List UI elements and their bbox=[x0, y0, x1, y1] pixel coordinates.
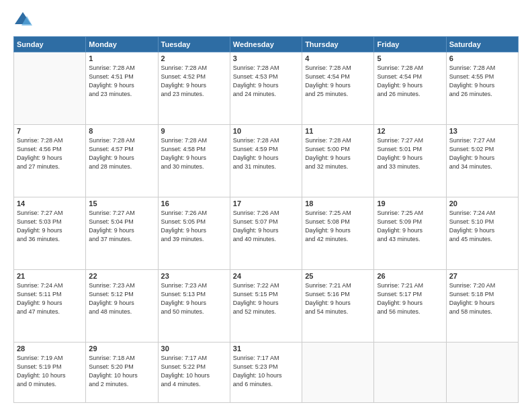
day-info: Sunrise: 7:17 AMSunset: 5:22 PMDaylight:… bbox=[161, 354, 227, 389]
day-info: Sunrise: 7:28 AMSunset: 4:56 PMDaylight:… bbox=[17, 136, 83, 171]
day-info: Sunrise: 7:21 AMSunset: 5:16 PMDaylight:… bbox=[305, 281, 371, 316]
calendar-cell: 21Sunrise: 7:24 AMSunset: 5:11 PMDayligh… bbox=[14, 270, 86, 342]
calendar-cell: 4Sunrise: 7:28 AMSunset: 4:54 PMDaylight… bbox=[302, 52, 374, 125]
day-info: Sunrise: 7:17 AMSunset: 5:23 PMDaylight:… bbox=[233, 354, 299, 389]
calendar-cell: 20Sunrise: 7:24 AMSunset: 5:10 PMDayligh… bbox=[446, 197, 518, 270]
day-info: Sunrise: 7:20 AMSunset: 5:18 PMDaylight:… bbox=[449, 281, 515, 316]
calendar-cell: 1Sunrise: 7:28 AMSunset: 4:51 PMDaylight… bbox=[86, 52, 158, 125]
calendar-cell: 22Sunrise: 7:23 AMSunset: 5:12 PMDayligh… bbox=[86, 270, 158, 342]
day-number: 25 bbox=[305, 272, 371, 280]
weekday-header-row: SundayMondayTuesdayWednesdayThursdayFrid… bbox=[14, 37, 519, 52]
weekday-header-sunday: Sunday bbox=[14, 37, 86, 52]
day-number: 22 bbox=[89, 272, 154, 280]
calendar-cell: 26Sunrise: 7:21 AMSunset: 5:17 PMDayligh… bbox=[374, 270, 446, 342]
calendar-cell: 2Sunrise: 7:28 AMSunset: 4:52 PMDaylight… bbox=[158, 52, 230, 125]
weekday-header-wednesday: Wednesday bbox=[230, 37, 302, 52]
day-info: Sunrise: 7:27 AMSunset: 5:01 PMDaylight:… bbox=[377, 136, 443, 171]
day-number: 31 bbox=[233, 345, 299, 353]
week-row-4: 28Sunrise: 7:19 AMSunset: 5:19 PMDayligh… bbox=[14, 342, 519, 403]
day-number: 15 bbox=[89, 199, 154, 208]
calendar-table: SundayMondayTuesdayWednesdayThursdayFrid… bbox=[13, 36, 519, 403]
day-number: 23 bbox=[161, 272, 227, 280]
day-number: 12 bbox=[377, 127, 443, 135]
page: SundayMondayTuesdayWednesdayThursdayFrid… bbox=[0, 0, 532, 411]
day-info: Sunrise: 7:19 AMSunset: 5:19 PMDaylight:… bbox=[17, 354, 83, 389]
calendar-cell: 18Sunrise: 7:25 AMSunset: 5:08 PMDayligh… bbox=[302, 197, 374, 270]
day-number: 21 bbox=[17, 272, 83, 280]
day-info: Sunrise: 7:28 AMSunset: 4:58 PMDaylight:… bbox=[161, 136, 227, 171]
week-row-1: 7Sunrise: 7:28 AMSunset: 4:56 PMDaylight… bbox=[14, 125, 519, 197]
calendar-cell: 30Sunrise: 7:17 AMSunset: 5:22 PMDayligh… bbox=[158, 342, 230, 403]
day-info: Sunrise: 7:24 AMSunset: 5:11 PMDaylight:… bbox=[17, 281, 83, 316]
day-info: Sunrise: 7:23 AMSunset: 5:13 PMDaylight:… bbox=[161, 281, 227, 316]
day-info: Sunrise: 7:28 AMSunset: 4:51 PMDaylight:… bbox=[89, 64, 154, 99]
day-info: Sunrise: 7:28 AMSunset: 4:57 PMDaylight:… bbox=[89, 136, 154, 171]
calendar-cell: 7Sunrise: 7:28 AMSunset: 4:56 PMDaylight… bbox=[14, 125, 86, 197]
day-number: 9 bbox=[161, 127, 227, 135]
day-info: Sunrise: 7:24 AMSunset: 5:10 PMDaylight:… bbox=[449, 209, 515, 244]
calendar-cell: 16Sunrise: 7:26 AMSunset: 5:05 PMDayligh… bbox=[158, 197, 230, 270]
day-info: Sunrise: 7:26 AMSunset: 5:05 PMDaylight:… bbox=[161, 209, 227, 244]
day-number: 2 bbox=[161, 54, 227, 62]
day-number: 14 bbox=[17, 199, 83, 208]
day-info: Sunrise: 7:28 AMSunset: 4:55 PMDaylight:… bbox=[449, 64, 515, 99]
day-number: 26 bbox=[377, 272, 443, 280]
calendar-cell: 11Sunrise: 7:28 AMSunset: 5:00 PMDayligh… bbox=[302, 125, 374, 197]
calendar-cell: 8Sunrise: 7:28 AMSunset: 4:57 PMDaylight… bbox=[86, 125, 158, 197]
calendar-cell: 14Sunrise: 7:27 AMSunset: 5:03 PMDayligh… bbox=[14, 197, 86, 270]
weekday-header-thursday: Thursday bbox=[302, 37, 374, 52]
calendar-cell: 23Sunrise: 7:23 AMSunset: 5:13 PMDayligh… bbox=[158, 270, 230, 342]
header bbox=[13, 11, 519, 30]
calendar-cell: 6Sunrise: 7:28 AMSunset: 4:55 PMDaylight… bbox=[446, 52, 518, 125]
weekday-header-monday: Monday bbox=[86, 37, 158, 52]
day-number: 4 bbox=[305, 54, 371, 62]
week-row-0: 1Sunrise: 7:28 AMSunset: 4:51 PMDaylight… bbox=[14, 52, 519, 125]
day-number: 8 bbox=[89, 127, 154, 135]
day-number: 10 bbox=[233, 127, 299, 135]
calendar-cell: 12Sunrise: 7:27 AMSunset: 5:01 PMDayligh… bbox=[374, 125, 446, 197]
calendar-cell: 9Sunrise: 7:28 AMSunset: 4:58 PMDaylight… bbox=[158, 125, 230, 197]
weekday-header-friday: Friday bbox=[374, 37, 446, 52]
day-number: 3 bbox=[233, 54, 299, 62]
day-info: Sunrise: 7:28 AMSunset: 4:52 PMDaylight:… bbox=[161, 64, 227, 99]
day-info: Sunrise: 7:21 AMSunset: 5:17 PMDaylight:… bbox=[377, 281, 443, 316]
day-number: 29 bbox=[89, 345, 154, 353]
day-number: 24 bbox=[233, 272, 299, 280]
day-info: Sunrise: 7:28 AMSunset: 4:54 PMDaylight:… bbox=[305, 64, 371, 99]
day-info: Sunrise: 7:22 AMSunset: 5:15 PMDaylight:… bbox=[233, 281, 299, 316]
day-number: 16 bbox=[161, 199, 227, 208]
calendar-cell: 13Sunrise: 7:27 AMSunset: 5:02 PMDayligh… bbox=[446, 125, 518, 197]
calendar-cell bbox=[14, 52, 86, 125]
calendar-cell bbox=[446, 342, 518, 403]
calendar-cell: 29Sunrise: 7:18 AMSunset: 5:20 PMDayligh… bbox=[86, 342, 158, 403]
day-info: Sunrise: 7:25 AMSunset: 5:09 PMDaylight:… bbox=[377, 209, 443, 244]
day-number: 19 bbox=[377, 199, 443, 208]
calendar-cell: 19Sunrise: 7:25 AMSunset: 5:09 PMDayligh… bbox=[374, 197, 446, 270]
calendar-cell: 25Sunrise: 7:21 AMSunset: 5:16 PMDayligh… bbox=[302, 270, 374, 342]
day-number: 27 bbox=[449, 272, 515, 280]
day-number: 6 bbox=[449, 54, 515, 62]
day-info: Sunrise: 7:28 AMSunset: 4:59 PMDaylight:… bbox=[233, 136, 299, 171]
day-info: Sunrise: 7:27 AMSunset: 5:03 PMDaylight:… bbox=[17, 209, 83, 244]
day-number: 5 bbox=[377, 54, 443, 62]
day-info: Sunrise: 7:28 AMSunset: 4:54 PMDaylight:… bbox=[377, 64, 443, 99]
day-number: 1 bbox=[89, 54, 154, 62]
day-info: Sunrise: 7:28 AMSunset: 5:00 PMDaylight:… bbox=[305, 136, 371, 171]
calendar-cell: 5Sunrise: 7:28 AMSunset: 4:54 PMDaylight… bbox=[374, 52, 446, 125]
calendar-cell bbox=[302, 342, 374, 403]
calendar-cell: 27Sunrise: 7:20 AMSunset: 5:18 PMDayligh… bbox=[446, 270, 518, 342]
week-row-2: 14Sunrise: 7:27 AMSunset: 5:03 PMDayligh… bbox=[14, 197, 519, 270]
day-info: Sunrise: 7:23 AMSunset: 5:12 PMDaylight:… bbox=[89, 281, 154, 316]
day-number: 30 bbox=[161, 345, 227, 353]
calendar-cell: 31Sunrise: 7:17 AMSunset: 5:23 PMDayligh… bbox=[230, 342, 302, 403]
logo-icon bbox=[13, 11, 32, 30]
calendar-cell: 17Sunrise: 7:26 AMSunset: 5:07 PMDayligh… bbox=[230, 197, 302, 270]
weekday-header-saturday: Saturday bbox=[446, 37, 518, 52]
calendar-cell: 28Sunrise: 7:19 AMSunset: 5:19 PMDayligh… bbox=[14, 342, 86, 403]
day-number: 28 bbox=[17, 345, 83, 353]
day-info: Sunrise: 7:27 AMSunset: 5:04 PMDaylight:… bbox=[89, 209, 154, 244]
day-info: Sunrise: 7:27 AMSunset: 5:02 PMDaylight:… bbox=[449, 136, 515, 171]
day-number: 20 bbox=[449, 199, 515, 208]
day-number: 7 bbox=[17, 127, 83, 135]
weekday-header-tuesday: Tuesday bbox=[158, 37, 230, 52]
